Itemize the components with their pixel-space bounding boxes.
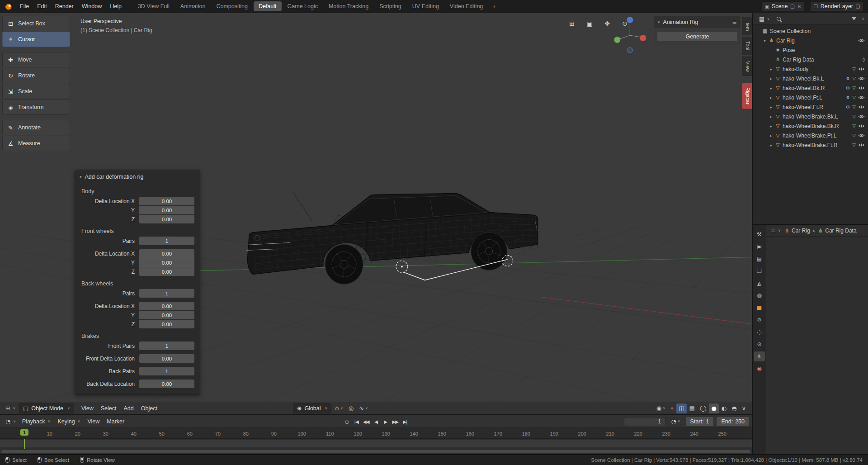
filter-dropdown-icon[interactable]: ∨ — [862, 17, 864, 21]
workspace-tab-animation[interactable]: Animation — [175, 1, 211, 11]
outliner-row-hako-wheelbrake-bk-l[interactable]: ▸▽hako-WheelBrake.Bk.L▽ — [753, 112, 868, 121]
editor-type-button[interactable]: ⊞∨ — [3, 405, 18, 412]
disclosure-closed-icon[interactable]: ▸ — [768, 133, 774, 138]
properties-tab-world[interactable]: ◍ — [754, 290, 765, 300]
properties-tab-physics[interactable]: ◌ — [754, 327, 765, 337]
workspace-tab-compositing[interactable]: Compositing — [211, 1, 252, 11]
workspace-tab-scripting[interactable]: Scripting — [374, 1, 406, 11]
rig-field-body-z[interactable]: 0.00 — [139, 215, 194, 223]
tool-rotate[interactable]: ↻Rotate — [2, 68, 70, 83]
visibility-dropdown[interactable]: ◉∨ — [654, 403, 668, 413]
copy-render-layer-icon[interactable]: ❏ — [856, 4, 860, 9]
rig-field-back-wheels-y[interactable]: 0.00 — [139, 311, 194, 319]
viewport-menu-add[interactable]: Add — [120, 403, 137, 413]
editor-type-button[interactable]: ≡∨ — [770, 228, 782, 234]
outliner-row-car-rig-data[interactable]: ⋔Car Rig Data◊ — [753, 55, 868, 64]
properties-tab-modifiers[interactable]: ⚙ — [754, 315, 765, 325]
rig-field-brakes-front-pairs[interactable]: 1 — [139, 342, 194, 350]
editor-type-button[interactable]: ◔∨ — [3, 418, 19, 425]
add-workspace-button[interactable]: + — [489, 2, 499, 10]
visibility-eye-icon[interactable] — [858, 123, 865, 128]
properties-tab-material[interactable]: ◉ — [754, 364, 765, 374]
outliner-row-hako-wheelbrake-ft-l[interactable]: ▸▽hako-WheelBrake.Ft.L▽ — [753, 131, 868, 140]
editor-type-button[interactable]: ▤∨ — [756, 15, 773, 22]
transform-orientation-dropdown[interactable]: ⊕ Global ∨ — [293, 403, 331, 413]
tool-measure[interactable]: ∡Measure — [2, 136, 70, 151]
animation-rig-panel-header[interactable]: ▾ Animation Rig ≡ — [654, 16, 741, 28]
blender-logo-icon[interactable] — [5, 3, 13, 10]
tool-scale[interactable]: ⇲Scale — [2, 84, 70, 99]
menu-render[interactable]: Render — [51, 2, 78, 11]
timeline-tracks[interactable] — [0, 439, 752, 454]
transport-previous-keyframe[interactable]: ◀◀ — [362, 417, 370, 426]
timeline-menu-view[interactable]: View — [84, 417, 103, 427]
shading-wireframe[interactable]: ◯ — [698, 403, 709, 413]
outliner-row-car-rig[interactable]: ▾⋔Car Rig — [753, 36, 868, 45]
tool-move[interactable]: ✚Move — [2, 52, 70, 67]
frame-start-field[interactable]: Start: 1 — [686, 417, 714, 426]
disclosure-closed-icon[interactable]: ▸ — [768, 95, 774, 100]
rig-field-body-delta-location-x[interactable]: 0.00 — [139, 197, 194, 205]
visibility-eye-icon[interactable] — [858, 85, 865, 90]
3d-viewport[interactable]: User Perspective (1) Scene Collection | … — [0, 13, 752, 414]
outliner-row-hako-wheel-bk-r[interactable]: ▸▽hako-Wheel.Bk.R⚙▽ — [753, 83, 868, 93]
generate-button[interactable]: Generate — [657, 32, 738, 42]
workspace-tab-uv-editing[interactable]: UV Editing — [407, 1, 444, 11]
zoom-icon[interactable]: ⊙ — [620, 19, 630, 28]
rig-field-brakes-front-delta-location[interactable]: 0.00 — [139, 354, 194, 363]
rig-field-back-wheels-pairs[interactable]: 1 — [139, 289, 194, 298]
sidebar-tab-rigacar[interactable]: Rigacar — [742, 83, 752, 109]
frame-end-field[interactable]: End: 250 — [717, 417, 749, 426]
visibility-eye-icon[interactable] — [858, 76, 865, 81]
transport-jump-to-start[interactable]: |◀ — [352, 417, 360, 426]
snap-toggle[interactable]: ∩∨ — [332, 403, 345, 413]
rig-field-body-y[interactable]: 0.00 — [139, 206, 194, 214]
tool-cursor[interactable]: ⌖Cursor — [2, 32, 70, 47]
visibility-eye-icon[interactable] — [858, 142, 865, 147]
visibility-eye-icon[interactable] — [858, 66, 865, 71]
outliner-row-pose[interactable]: ∗Pose — [753, 45, 868, 55]
shading-material[interactable]: ◐ — [719, 403, 729, 413]
render-layer-selector[interactable]: ❐ RenderLayer ❏ — [810, 1, 863, 11]
menu-edit[interactable]: Edit — [33, 2, 51, 11]
filter-icon[interactable] — [852, 17, 856, 20]
show-overlays-toggle[interactable]: ◫ — [676, 403, 686, 413]
workspace-tab-3d-view-full[interactable]: 3D View Full — [133, 1, 175, 11]
visibility-eye-icon[interactable] — [858, 114, 865, 119]
visibility-eye-icon[interactable] — [858, 104, 865, 109]
disclosure-closed-icon[interactable]: ▸ — [768, 124, 774, 128]
disclosure-closed-icon[interactable]: ▸ — [768, 114, 774, 119]
shading-solid[interactable]: ● — [709, 403, 718, 413]
transport-play[interactable]: ▶ — [382, 417, 390, 426]
sidebar-tab-tool[interactable]: Tool — [742, 37, 752, 55]
outliner-row-scene-collection[interactable]: ▦Scene Collection — [753, 26, 868, 36]
visibility-eye-icon[interactable] — [858, 38, 865, 43]
menu-help[interactable]: Help — [106, 2, 126, 11]
properties-tab-tool[interactable]: ⚒ — [754, 229, 765, 239]
rig-field-front-wheels-delta-location-x[interactable]: 0.00 — [139, 249, 194, 258]
timeline-menu-keying[interactable]: Keying∨ — [54, 417, 84, 427]
proportional-editing-toggle[interactable]: ◎ — [346, 403, 356, 413]
breadcrumb-car-rig[interactable]: ⋔Car Rig — [785, 228, 810, 234]
tool-annotate[interactable]: ✎Annotate — [2, 120, 70, 135]
sidebar-tab-view[interactable]: View — [742, 57, 752, 76]
disclosure-closed-icon[interactable]: ▸ — [768, 105, 774, 109]
menu-window[interactable]: Window — [78, 2, 106, 11]
workspace-tab-default[interactable]: Default — [254, 1, 282, 11]
search-icon[interactable] — [777, 17, 781, 21]
playhead-line[interactable] — [24, 439, 25, 449]
proportional-falloff-dropdown[interactable]: ∿∨ — [357, 403, 370, 413]
rig-panel-header[interactable]: ▾ Add car deformation rig — [75, 170, 200, 184]
scene-selector[interactable]: ▣ Scene ❏ ✕ — [761, 1, 805, 11]
rig-field-front-wheels-z[interactable]: 0.00 — [139, 267, 194, 276]
gizmo-x-axis[interactable] — [640, 35, 646, 41]
shading-dropdown[interactable]: ∨ — [739, 403, 748, 413]
outliner-row-hako-wheelbrake-bk-r[interactable]: ▸▽hako-WheelBrake.Bk.R▽ — [753, 121, 868, 131]
transport-next-keyframe[interactable]: ▶▶ — [391, 417, 400, 426]
visibility-eye-icon[interactable] — [858, 133, 865, 138]
workspace-tab-game-logic[interactable]: Game Logic — [283, 1, 323, 11]
playhead-frame-badge[interactable]: 1 — [20, 429, 28, 436]
sidebar-tab-item[interactable]: Item — [742, 17, 752, 35]
properties-tab-constraints[interactable]: ⊙ — [754, 339, 765, 349]
transport-jump-to-end[interactable]: ▶| — [401, 417, 409, 426]
